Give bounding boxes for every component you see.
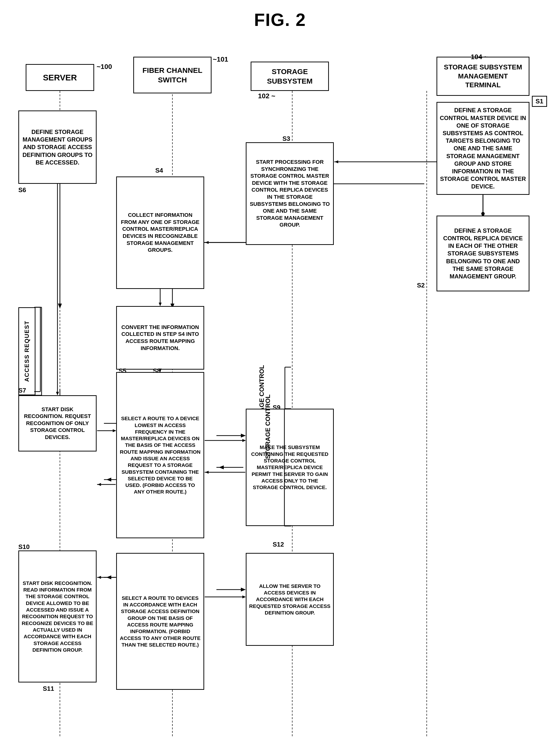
svg-marker-47	[205, 241, 209, 244]
s11-label: S11	[43, 685, 54, 693]
fiber-header: FIBER CHANNEL SWITCH	[133, 57, 211, 93]
storage-header: STORAGE SUBSYSTEM	[251, 61, 329, 91]
svg-marker-61	[98, 483, 101, 486]
svg-marker-19	[241, 434, 246, 438]
storage-box2: MAKE THE SUBSYSTEM CONTAINING THE REQUES…	[246, 409, 334, 526]
storage-box1: START PROCESSING FOR SYNCHRONIZING THE S…	[246, 142, 334, 245]
svg-marker-49	[159, 303, 162, 306]
svg-marker-63	[98, 576, 101, 579]
svg-marker-27	[106, 575, 111, 579]
svg-marker-38	[58, 304, 62, 308]
svg-marker-29	[241, 588, 246, 592]
s6-label: S6	[18, 186, 26, 194]
terminal-box2: DEFINE A STORAGE CONTROL REPLICA DEVICE …	[436, 215, 529, 291]
svg-marker-65	[243, 595, 246, 598]
storage-ref: 102 ~	[258, 92, 275, 100]
svg-marker-55	[113, 429, 116, 432]
server-box2: START DISK RECOGNITION. REQUEST RECOGNIT…	[18, 395, 97, 452]
s4-label: S4	[155, 167, 163, 174]
svg-marker-53	[56, 392, 59, 395]
server-box3: START DISK RECOGNITION. READ INFORMATION…	[18, 550, 97, 682]
access-request-label: ACCESS REQUEST	[18, 307, 35, 395]
terminal-header: STORAGE SUBSYSTEM MANAGEMENT TERMINAL	[436, 57, 529, 96]
fiber-box3: SELECT A ROUTE TO A DEVICE LOWEST IN ACC…	[116, 372, 204, 538]
terminal-ref: 104 ~	[471, 53, 488, 61]
s1-label: S1	[532, 96, 547, 107]
s12-label: S12	[273, 541, 284, 548]
storage-control-text: STORAGE CONTROL	[264, 394, 272, 459]
storage-box3: ALLOW THE SERVER TO ACCESS DEVICES IN AC…	[246, 553, 334, 646]
svg-marker-57	[243, 439, 246, 442]
fiber-box2: CONVERT THE INFORMATION COLLECTED IN STE…	[116, 306, 204, 369]
s3-label: S3	[282, 135, 290, 143]
fiber-box4: SELECT A ROUTE TO DEVICES IN ACCORDANCE …	[116, 553, 204, 690]
fiber-box1: COLLECT INFORMATION FROM ANY ONE OF STOR…	[116, 177, 204, 289]
s10-label: S10	[18, 543, 30, 551]
s7-label: S7	[18, 387, 26, 394]
page: FIG. 2	[0, 0, 560, 747]
svg-marker-21	[219, 465, 224, 469]
svg-marker-45	[335, 160, 338, 163]
fiber-ref: ~101	[213, 55, 228, 63]
server-header: SERVER	[26, 64, 94, 91]
terminal-box1: DEFINE A STORAGE CONTROL MASTER DEVICE I…	[436, 102, 529, 195]
s2-label: S2	[417, 282, 425, 289]
diagram: SERVER ~100 FIBER CHANNEL SWITCH ~101 ST…	[11, 40, 549, 747]
svg-marker-23	[106, 478, 111, 482]
figure-title: FIG. 2	[10, 10, 550, 30]
svg-marker-59	[205, 471, 209, 474]
server-ref: ~100	[97, 63, 112, 71]
svg-marker-43	[482, 212, 484, 215]
server-box1: DEFINE STORAGE MANAGEMENT GROUPS AND STO…	[18, 110, 97, 184]
